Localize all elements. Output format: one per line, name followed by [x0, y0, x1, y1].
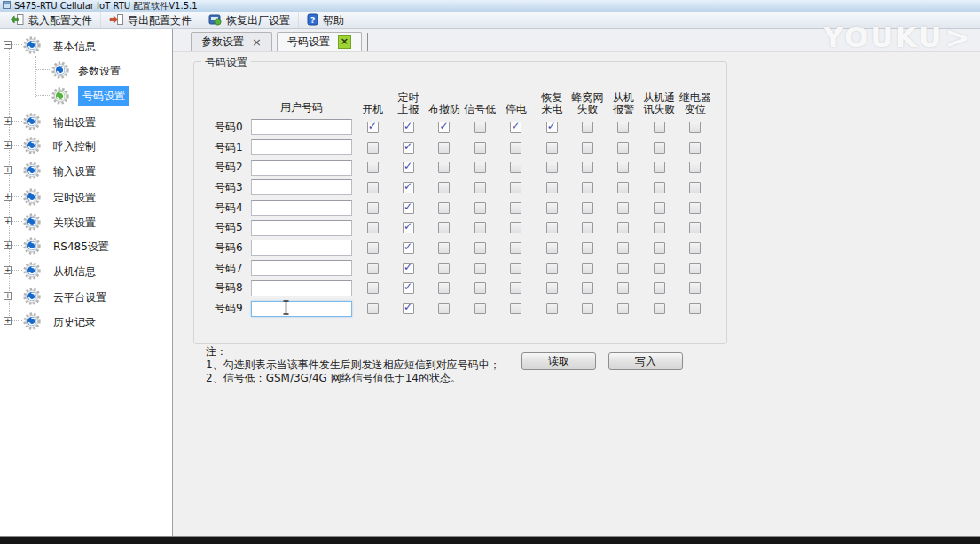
checkbox-row9-low-signal[interactable]	[474, 303, 486, 314]
checkbox-row6-low-signal[interactable]	[474, 242, 486, 254]
tree-expand-toggle[interactable]: +	[4, 166, 12, 174]
checkbox-row7-cellular-fail[interactable]	[582, 263, 593, 274]
checkbox-row8-arm-disarm[interactable]	[438, 282, 450, 294]
phone-input-7[interactable]	[251, 260, 352, 276]
tree-item-label[interactable]: 参数设置	[78, 64, 121, 79]
tree-expand-toggle[interactable]: −	[4, 41, 12, 49]
checkbox-row0-timed-report[interactable]	[403, 122, 414, 133]
checkbox-row2-low-signal[interactable]	[474, 162, 486, 173]
tree-item-cloud-platform-settings[interactable]: +云平台设置	[0, 285, 172, 308]
tree-item-slave-info[interactable]: +从机信息	[0, 259, 172, 282]
checkbox-row8-power-on[interactable]	[367, 282, 379, 294]
checkbox-row3-power-restore[interactable]	[546, 182, 558, 193]
tree-item-label[interactable]: 关联设置	[53, 216, 96, 231]
tab-param-settings[interactable]: 参数设置×	[191, 32, 272, 51]
checkbox-row5-relay-change[interactable]	[689, 222, 701, 233]
checkbox-row9-power-loss[interactable]	[510, 303, 521, 314]
checkbox-row8-power-loss[interactable]	[510, 282, 521, 294]
checkbox-row1-slave-alarm[interactable]	[617, 142, 629, 154]
checkbox-row3-power-loss[interactable]	[510, 182, 521, 193]
checkbox-row2-slave-comm-fail[interactable]	[654, 162, 665, 173]
export-config-button[interactable]: 导出配置文件	[100, 12, 200, 28]
checkbox-row7-relay-change[interactable]	[689, 263, 701, 274]
tree-item-label[interactable]: RS485设置	[53, 240, 109, 255]
checkbox-row9-slave-comm-fail[interactable]	[654, 303, 665, 314]
checkbox-row4-low-signal[interactable]	[474, 202, 486, 214]
checkbox-row8-power-restore[interactable]	[546, 282, 558, 294]
checkbox-row6-cellular-fail[interactable]	[582, 242, 593, 254]
checkbox-row4-timed-report[interactable]	[403, 202, 414, 214]
checkbox-row1-slave-comm-fail[interactable]	[654, 142, 665, 154]
checkbox-row2-power-restore[interactable]	[546, 162, 558, 173]
tab-close-icon[interactable]: ×	[252, 36, 262, 48]
checkbox-row5-power-loss[interactable]	[510, 222, 521, 233]
checkbox-row3-cellular-fail[interactable]	[582, 182, 593, 193]
checkbox-row9-cellular-fail[interactable]	[582, 303, 593, 314]
checkbox-row7-timed-report[interactable]	[403, 263, 414, 274]
checkbox-row2-power-on[interactable]	[367, 162, 379, 173]
tree-item-call-in-control[interactable]: +呼入控制	[0, 134, 172, 157]
factory-reset-button[interactable]: 恢复出厂设置	[200, 12, 298, 28]
checkbox-row4-relay-change[interactable]	[689, 202, 701, 214]
checkbox-row0-slave-alarm[interactable]	[617, 122, 629, 133]
checkbox-row6-power-on[interactable]	[367, 242, 379, 254]
tree-expand-toggle[interactable]: +	[4, 241, 12, 249]
checkbox-row1-timed-report[interactable]	[403, 142, 414, 154]
tree-item-number-settings[interactable]: 号码设置	[0, 84, 172, 107]
checkbox-row7-arm-disarm[interactable]	[438, 263, 450, 274]
checkbox-row7-slave-alarm[interactable]	[617, 263, 629, 274]
tree-item-basic-info[interactable]: −基本信息	[0, 34, 172, 57]
checkbox-row1-cellular-fail[interactable]	[582, 142, 593, 154]
checkbox-row8-relay-change[interactable]	[689, 282, 701, 294]
checkbox-row9-slave-alarm[interactable]	[617, 303, 629, 314]
phone-input-9[interactable]	[251, 301, 352, 317]
tree-item-label[interactable]: 输出设置	[53, 115, 96, 130]
tree-expand-toggle[interactable]: +	[4, 217, 12, 225]
tab-number-settings[interactable]: 号码设置×	[277, 32, 362, 51]
checkbox-row2-cellular-fail[interactable]	[582, 162, 593, 173]
checkbox-row0-relay-change[interactable]	[689, 122, 701, 133]
checkbox-row3-power-on[interactable]	[367, 182, 379, 193]
tree-item-timer-settings[interactable]: +定时设置	[0, 185, 172, 209]
tree-item-label[interactable]: 云平台设置	[53, 290, 106, 305]
tree-item-label[interactable]: 基本信息	[53, 39, 96, 54]
phone-input-0[interactable]	[251, 119, 352, 135]
checkbox-row5-low-signal[interactable]	[474, 222, 486, 233]
checkbox-row3-relay-change[interactable]	[689, 182, 701, 193]
checkbox-row7-power-restore[interactable]	[546, 263, 558, 274]
checkbox-row8-low-signal[interactable]	[474, 282, 486, 294]
checkbox-row4-power-on[interactable]	[367, 202, 379, 214]
phone-input-8[interactable]	[251, 280, 352, 296]
checkbox-row0-power-loss[interactable]	[510, 122, 521, 133]
checkbox-row6-slave-alarm[interactable]	[617, 242, 629, 254]
checkbox-row5-timed-report[interactable]	[403, 222, 414, 233]
checkbox-row1-relay-change[interactable]	[689, 142, 701, 154]
checkbox-row6-power-restore[interactable]	[546, 242, 558, 254]
checkbox-row1-power-loss[interactable]	[510, 142, 521, 154]
checkbox-row6-timed-report[interactable]	[403, 242, 414, 254]
checkbox-row0-power-on[interactable]	[367, 122, 379, 133]
tree-item-label[interactable]: 号码设置	[78, 86, 129, 106]
tree-item-label[interactable]: 从机信息	[53, 264, 96, 280]
phone-input-5[interactable]	[251, 220, 352, 236]
checkbox-row2-arm-disarm[interactable]	[438, 162, 450, 173]
tree-item-label[interactable]: 历史记录	[53, 315, 96, 330]
tree-item-association-settings[interactable]: +关联设置	[0, 210, 172, 233]
checkbox-row8-cellular-fail[interactable]	[582, 282, 593, 294]
checkbox-row9-timed-report[interactable]	[403, 303, 414, 314]
checkbox-row0-slave-comm-fail[interactable]	[654, 122, 665, 133]
checkbox-row3-arm-disarm[interactable]	[438, 182, 450, 193]
checkbox-row6-relay-change[interactable]	[689, 242, 701, 254]
checkbox-row8-slave-comm-fail[interactable]	[654, 282, 665, 294]
phone-input-6[interactable]	[251, 240, 352, 256]
tree-item-label[interactable]: 呼入控制	[53, 139, 96, 154]
tree-expand-toggle[interactable]: +	[4, 117, 12, 125]
checkbox-row2-timed-report[interactable]	[403, 162, 414, 173]
checkbox-row1-arm-disarm[interactable]	[438, 142, 450, 154]
window-titlebar[interactable]: S475-RTU Cellular IoT RTU 配置软件V1.5.1	[0, 0, 980, 12]
tree-item-output-settings[interactable]: +输出设置	[0, 110, 172, 133]
checkbox-row2-slave-alarm[interactable]	[617, 162, 629, 173]
checkbox-row5-arm-disarm[interactable]	[438, 222, 450, 233]
tree-expand-toggle[interactable]: +	[4, 193, 12, 201]
checkbox-row2-power-loss[interactable]	[510, 162, 521, 173]
